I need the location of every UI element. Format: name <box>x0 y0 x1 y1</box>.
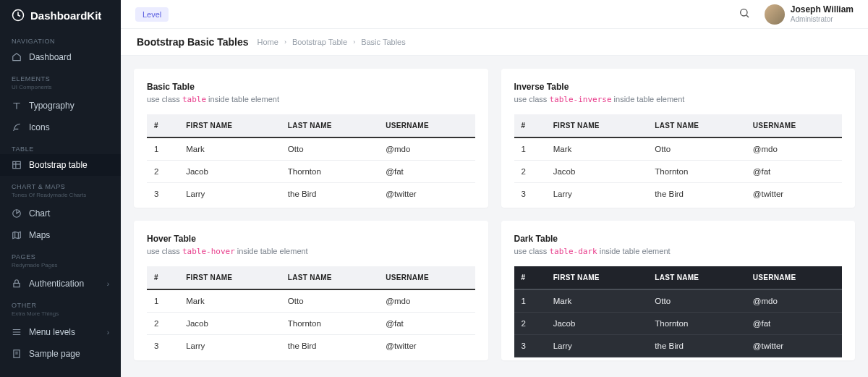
table-cell: @mdo <box>378 137 475 161</box>
table-cell: Otto <box>281 289 379 313</box>
table-cell: 1 <box>147 137 179 161</box>
table-cell: the Bird <box>281 335 379 357</box>
table-cell: @fat <box>378 161 475 183</box>
home-icon <box>12 52 22 62</box>
sidebar-item-label: Sample page <box>29 349 80 359</box>
table-row: 3Larrythe Bird@twitter <box>147 335 475 357</box>
lock-icon <box>12 279 22 289</box>
nav-section-label: PAGES <box>0 246 121 262</box>
sidebar-item-sample-page[interactable]: Sample page <box>0 343 121 365</box>
table-cell: Mark <box>546 137 648 161</box>
card-title: Hover Table <box>147 234 475 244</box>
table-cell: Mark <box>546 289 648 313</box>
column-header: FIRST NAME <box>546 266 648 289</box>
column-header: FIRST NAME <box>179 266 281 289</box>
brand-logo[interactable]: DashboardKit <box>0 0 121 30</box>
level-button[interactable]: Level <box>135 7 169 22</box>
table-cell: 3 <box>514 183 546 206</box>
nav-section-label: ELEMENTS <box>0 68 121 84</box>
table-cell: Jacob <box>546 313 648 335</box>
column-header: LAST NAME <box>281 266 379 289</box>
sidebar-item-typography[interactable]: Typography <box>0 95 121 117</box>
table-cell: Thornton <box>647 161 746 183</box>
sidebar: DashboardKit NAVIGATIONDashboardELEMENTS… <box>0 0 121 377</box>
menu-icon <box>12 327 22 337</box>
svg-rect-1 <box>13 161 21 168</box>
sidebar-item-authentication[interactable]: Authentication› <box>0 273 121 295</box>
table-row: 3Larrythe Bird@twitter <box>514 335 843 357</box>
sidebar-item-dashboard[interactable]: Dashboard <box>0 46 121 68</box>
sidebar-item-label: Bootstrap table <box>29 160 88 170</box>
sidebar-item-label: Dashboard <box>29 52 72 62</box>
table-cell: Thornton <box>281 313 379 335</box>
table-cell: 3 <box>147 183 179 206</box>
user-menu[interactable]: Joseph William Administrator <box>791 5 854 22</box>
sidebar-item-chart[interactable]: Chart <box>0 203 121 224</box>
page-title: Bootstrap Basic Tables <box>137 36 249 48</box>
table-row: 1MarkOtto@mdo <box>147 137 475 161</box>
hover-table: #FIRST NAMELAST NAMEUSERNAME1MarkOtto@md… <box>147 266 475 357</box>
table-cell: Larry <box>546 335 648 357</box>
sidebar-item-bootstrap-table[interactable]: Bootstrap table <box>0 154 121 176</box>
chevron-right-icon: › <box>107 280 109 288</box>
table-cell: Larry <box>179 335 281 357</box>
card-title: Dark Table <box>514 234 843 244</box>
nav-section-sublabel: Redymade Pages <box>0 262 121 273</box>
table-cell: the Bird <box>647 335 746 357</box>
brand-text: DashboardKit <box>30 9 101 22</box>
table-cell: Jacob <box>546 161 648 183</box>
table-row: 3Larrythe Bird@twitter <box>147 183 475 206</box>
table-row: 1MarkOtto@mdo <box>147 289 475 313</box>
table-cell: the Bird <box>281 183 379 206</box>
nav-section-sublabel: Tones Of Readymade Charts <box>0 192 121 203</box>
column-header: USERNAME <box>746 266 842 289</box>
card-hover-table: Hover Table use class table-hover inside… <box>134 221 488 360</box>
svg-rect-3 <box>14 283 20 287</box>
table-cell: 3 <box>514 335 546 357</box>
map-icon <box>12 230 22 240</box>
table-cell: 2 <box>514 161 546 183</box>
table-cell: @mdo <box>746 137 842 161</box>
table-cell: Jacob <box>179 161 281 183</box>
search-icon[interactable] <box>739 7 750 21</box>
table-cell: @fat <box>746 313 842 335</box>
nav-section-label: OTHER <box>0 295 121 310</box>
column-header: LAST NAME <box>647 114 746 137</box>
table-cell: the Bird <box>647 183 746 206</box>
sidebar-item-label: Menu levels <box>29 327 75 337</box>
nav-section-label: NAVIGATION <box>0 30 121 46</box>
table-cell: @mdo <box>746 289 842 313</box>
page-icon <box>12 349 22 359</box>
breadcrumb-item[interactable]: Bootstrap Table <box>292 38 347 46</box>
nav-section-sublabel: Extra More Things <box>0 310 121 321</box>
table-cell: Thornton <box>647 313 746 335</box>
card-subtitle: use class table-dark inside table elemen… <box>514 247 843 256</box>
avatar[interactable] <box>765 4 785 25</box>
sidebar-item-icons[interactable]: Icons <box>0 117 121 138</box>
table-row: 2JacobThornton@fat <box>147 313 475 335</box>
topbar: Level Joseph William Administrator <box>121 0 868 29</box>
nav-section-label: TABLE <box>0 138 121 154</box>
column-header: USERNAME <box>378 266 475 289</box>
table-cell: @twitter <box>378 335 475 357</box>
sidebar-item-menu-levels[interactable]: Menu levels› <box>0 321 121 343</box>
breadcrumb-item[interactable]: Home <box>258 38 278 46</box>
chevron-right-icon: › <box>353 38 355 46</box>
card-dark-table: Dark Table use class table-dark inside t… <box>501 221 856 360</box>
logo-icon <box>12 9 25 22</box>
sidebar-item-maps[interactable]: Maps <box>0 224 121 246</box>
card-inverse-table: Inverse Table use class table-inverse in… <box>501 69 856 208</box>
sidebar-item-label: Authentication <box>29 279 84 289</box>
column-header: FIRST NAME <box>546 114 648 137</box>
breadcrumb: Bootstrap Basic Tables Home›Bootstrap Ta… <box>121 29 868 56</box>
column-header: LAST NAME <box>647 266 746 289</box>
type-icon <box>12 101 22 111</box>
table-cell: @fat <box>378 313 475 335</box>
table-row: 2JacobThornton@fat <box>147 161 475 183</box>
user-name: Joseph William <box>791 5 854 14</box>
table-cell: @twitter <box>378 183 475 206</box>
card-basic-table: Basic Table use class table inside table… <box>134 69 488 208</box>
user-role: Administrator <box>791 15 854 23</box>
table-row: 2JacobThornton@fat <box>514 161 843 183</box>
table-cell: Mark <box>179 289 281 313</box>
